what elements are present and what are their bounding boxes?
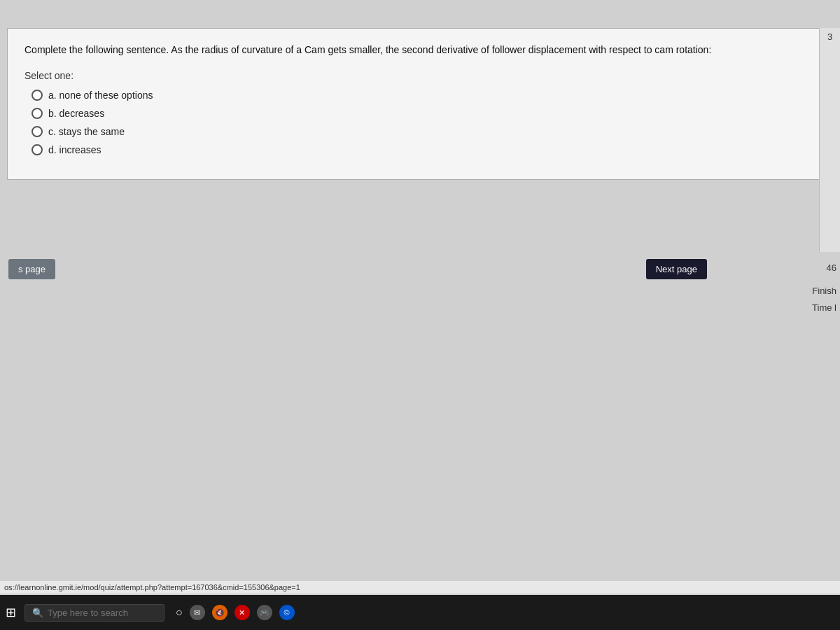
taskbar-mail-icon[interactable]: ✉ bbox=[190, 605, 205, 620]
radio-b[interactable] bbox=[31, 108, 43, 119]
search-bar[interactable]: 🔍 bbox=[24, 604, 164, 622]
taskbar-icons: ○ ✉ 🔇 ✕ 🎮 © bbox=[176, 605, 295, 620]
options-list: a. none of these options b. decreases c.… bbox=[24, 90, 816, 155]
taskbar-edge-icon[interactable]: © bbox=[279, 605, 295, 620]
question-container: Complete the following sentence. As the … bbox=[7, 28, 833, 180]
screen: Complete the following sentence. As the … bbox=[0, 0, 840, 630]
taskbar-x-icon[interactable]: ✕ bbox=[234, 605, 250, 620]
radio-a[interactable] bbox=[31, 90, 43, 101]
option-d[interactable]: d. increases bbox=[31, 144, 816, 155]
time-label: Time l bbox=[812, 302, 836, 313]
windows-start-icon[interactable]: ⊞ bbox=[6, 605, 16, 620]
url-bar: os://learnonline.gmit.ie/mod/quiz/attemp… bbox=[0, 581, 840, 594]
option-c[interactable]: c. stays the same bbox=[31, 126, 816, 137]
option-a-label: a. none of these options bbox=[48, 90, 153, 101]
search-icon: 🔍 bbox=[32, 608, 43, 618]
taskbar-cortana-icon[interactable]: ○ bbox=[176, 606, 183, 619]
taskbar-game-icon[interactable]: 🎮 bbox=[257, 605, 272, 620]
radio-d[interactable] bbox=[31, 144, 43, 155]
option-b[interactable]: b. decreases bbox=[31, 108, 816, 119]
prev-page-button[interactable]: s page bbox=[8, 259, 55, 279]
taskbar: ⊞ 🔍 ○ ✉ 🔇 ✕ 🎮 © bbox=[0, 595, 840, 630]
sidebar-number-top: 3 bbox=[827, 31, 832, 42]
question-text: Complete the following sentence. As the … bbox=[24, 43, 816, 57]
next-page-button[interactable]: Next page bbox=[646, 259, 707, 279]
option-d-label: d. increases bbox=[48, 144, 101, 155]
right-sidebar: 3 bbox=[819, 28, 840, 252]
option-c-label: c. stays the same bbox=[48, 126, 125, 137]
sidebar-number-46: 46 bbox=[827, 262, 836, 273]
url-text: os://learnonline.gmit.ie/mod/quiz/attemp… bbox=[4, 583, 300, 592]
option-b-label: b. decreases bbox=[48, 108, 104, 119]
radio-c[interactable] bbox=[31, 126, 43, 137]
search-input[interactable] bbox=[48, 608, 153, 618]
finish-label: Finish bbox=[812, 286, 836, 296]
nav-bar: s page Next page bbox=[0, 252, 840, 286]
taskbar-audio-icon[interactable]: 🔇 bbox=[212, 605, 227, 620]
select-one-label: Select one: bbox=[24, 70, 816, 81]
option-a[interactable]: a. none of these options bbox=[31, 90, 816, 101]
